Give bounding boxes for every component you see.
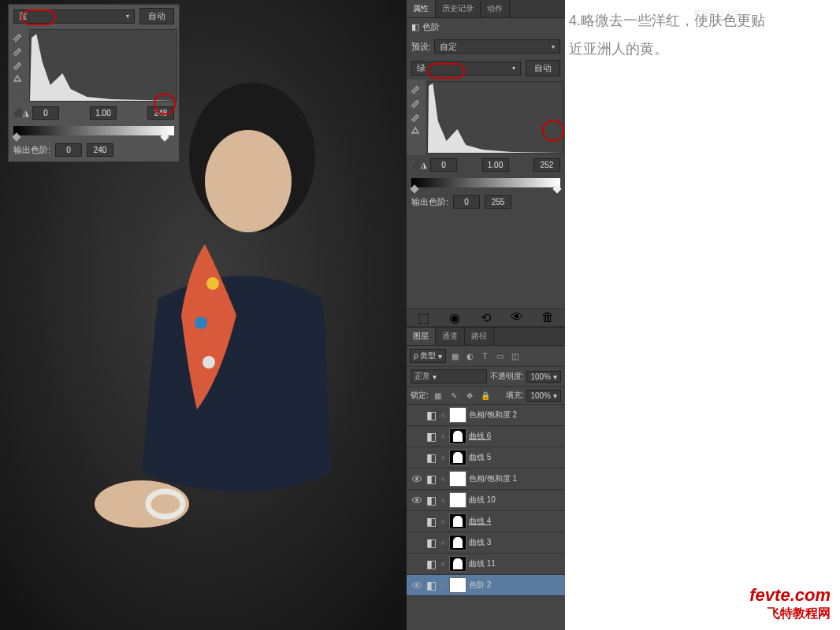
layer-name[interactable]: 色相/饱和度 1 [469,473,517,484]
histogram-display[interactable] [427,81,563,154]
filter-shape-icon[interactable]: ▭ [493,350,506,362]
visibility-toggle[interactable] [410,450,424,465]
lock-all-icon[interactable]: 🔒 [479,389,492,402]
input-mid-field[interactable]: 1.00 [90,106,117,120]
adjustment-layer-icon: ◧ [426,558,437,570]
layer-filter-bar: ρ 类型 ▾ ▦ ◐ T ▭ ◫ [407,346,565,367]
visibility-toggle[interactable] [410,429,424,443]
tab-properties[interactable]: 属性 [407,0,436,17]
visibility-toggle[interactable] [410,408,424,422]
layer-row[interactable]: ◧⎌色阶 2 [407,575,565,596]
tab-layers[interactable]: 图层 [407,328,436,345]
clip-to-layer-icon[interactable]: ⬚ [417,310,431,324]
layer-row[interactable]: ◧⎌曲线 3 [407,532,565,554]
fill-value: 100% [530,391,551,400]
layer-row[interactable]: ◧⎌色相/饱和度 1 [407,469,565,490]
blend-mode-dropdown[interactable]: 正常 ▾ [411,369,487,384]
output-gradient-slider[interactable] [411,178,560,187]
channel-dropdown-green[interactable]: 绿 ▾ [411,61,521,76]
visibility-toggle[interactable] [410,536,424,550]
tab-paths[interactable]: 路径 [465,328,494,345]
layer-name[interactable]: 曲线 3 [469,537,491,548]
chevron-down-icon: ▾ [552,43,555,50]
output-black-field[interactable]: 0 [453,195,480,209]
output-gradient-slider[interactable] [13,126,174,135]
output-white-field[interactable]: 240 [87,143,113,157]
layer-mask-thumbnail[interactable] [449,428,466,444]
opacity-dropdown[interactable]: 100% ▾ [526,371,561,383]
reset-icon[interactable]: ⟲ [478,310,492,324]
eyedropper-gray-icon[interactable] [10,45,24,56]
filter-text-icon[interactable]: T [478,350,491,362]
layer-row[interactable]: ◧⎌曲线 4 [407,511,565,532]
eyedropper-tools [9,28,28,103]
sample-icon[interactable] [10,73,24,84]
visibility-toggle[interactable] [410,493,424,507]
visibility-toggle[interactable] [410,514,424,528]
histogram-display[interactable] [29,29,177,102]
filter-smart-icon[interactable]: ◫ [508,350,521,362]
eyedropper-black-icon[interactable] [408,83,422,94]
visibility-toggle[interactable] [410,472,424,486]
visibility-toggle[interactable] [410,578,424,592]
auto-button[interactable]: 自动 [139,8,174,24]
opacity-value: 100% [530,372,551,381]
output-white-field[interactable]: 255 [485,195,511,209]
layer-mask-thumbnail[interactable] [449,492,466,508]
input-black-field[interactable]: 0 [32,106,59,120]
chevron-down-icon: ▾ [438,352,442,361]
tab-channels[interactable]: 通道 [436,328,465,345]
layer-name[interactable]: 曲线 10 [469,495,496,506]
lock-pixels-icon[interactable]: ▦ [432,389,444,402]
filter-pixel-icon[interactable]: ▦ [448,350,461,362]
layer-mask-thumbnail[interactable] [449,556,466,572]
eye-icon [412,582,422,588]
view-previous-icon[interactable]: ◉ [448,310,462,324]
eyedropper-white-icon[interactable] [408,111,422,122]
filter-adjust-icon[interactable]: ◐ [463,350,476,362]
lock-brush-icon[interactable]: ✎ [448,389,460,402]
eyedropper-gray-icon[interactable] [408,97,422,108]
tab-actions[interactable]: 动作 [481,0,510,17]
toggle-visibility-icon[interactable]: 👁 [510,310,524,324]
chevron-down-icon: ▾ [433,372,437,381]
layer-name[interactable]: 色相/饱和度 2 [469,410,517,421]
visibility-toggle[interactable] [410,557,424,571]
layer-row[interactable]: ◧⎌曲线 6 [407,426,565,447]
channel-dropdown-blue[interactable]: 蓝 ▾ [13,9,135,24]
lock-move-icon[interactable]: ✥ [463,389,476,402]
input-black-field[interactable]: 0 [430,158,457,172]
tab-history[interactable]: 历史记录 [436,0,481,17]
fill-dropdown[interactable]: 100% ▾ [526,390,561,402]
sample-icon[interactable] [408,125,422,136]
channel-label: 蓝 [19,10,28,22]
eyedropper-black-icon[interactable] [10,31,24,42]
layer-mask-thumbnail[interactable] [449,407,466,423]
layer-mask-thumbnail[interactable] [449,471,466,487]
input-white-field[interactable]: 248 [147,106,174,120]
input-white-field[interactable]: 252 [533,158,560,172]
layer-name[interactable]: 曲线 4 [469,516,491,527]
layer-name[interactable]: 色阶 2 [469,580,491,591]
layer-row[interactable]: ◧⎌曲线 11 [407,554,565,575]
output-black-field[interactable]: 0 [55,143,82,157]
layer-row[interactable]: ◧⎌曲线 5 [407,447,565,469]
layer-mask-thumbnail[interactable] [449,577,466,593]
filter-type-dropdown[interactable]: ρ 类型 ▾ [410,349,446,363]
layer-name[interactable]: 曲线 5 [469,452,491,463]
eyedropper-white-icon[interactable] [10,59,24,70]
link-icon: ⎌ [439,539,447,547]
warning-icon: ⬛◮ [13,109,29,117]
layer-name[interactable]: 曲线 6 [469,431,491,442]
layer-row[interactable]: ◧⎌色相/饱和度 2 [407,405,565,426]
layer-name[interactable]: 曲线 11 [469,558,496,569]
output-levels-row: 输出色阶: 0 240 [9,139,179,161]
trash-icon[interactable]: 🗑 [541,310,555,324]
preset-dropdown[interactable]: 自定 ▾ [434,39,560,54]
layer-mask-thumbnail[interactable] [449,450,466,465]
layer-mask-thumbnail[interactable] [449,535,466,550]
auto-button[interactable]: 自动 [526,60,560,76]
layer-mask-thumbnail[interactable] [449,513,466,529]
input-mid-field[interactable]: 1.00 [482,158,509,172]
layer-row[interactable]: ◧⎌曲线 10 [407,490,565,511]
